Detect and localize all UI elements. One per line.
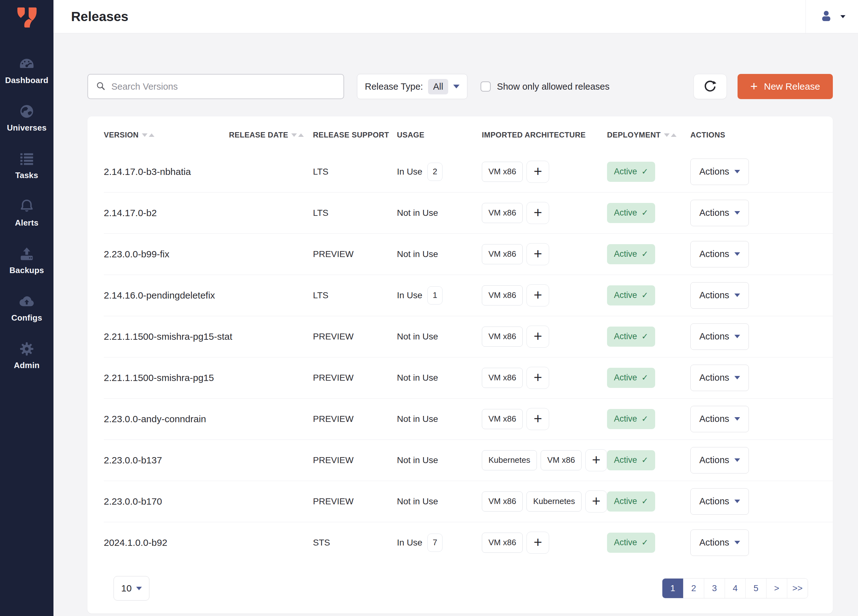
actions-button[interactable]: Actions (690, 324, 749, 350)
actions-button-label: Actions (699, 208, 729, 218)
refresh-icon (703, 79, 717, 94)
deployment-cell: Active ✓ (607, 533, 690, 553)
checkbox-icon[interactable] (480, 81, 491, 92)
table-row: 2.23.0.0-b137 PREVIEW Not in Use Kuberne… (87, 440, 833, 481)
deployment-status-badge: Active ✓ (607, 285, 655, 305)
actions-button[interactable]: Actions (690, 406, 749, 432)
architecture-chip: VM x86 (541, 450, 581, 470)
last-page-button[interactable]: >> (787, 579, 808, 598)
refresh-button[interactable] (693, 74, 727, 99)
usage-cell: Not in Use (397, 414, 482, 424)
add-architecture-button[interactable]: + (527, 243, 549, 265)
chevron-down-icon (734, 211, 740, 215)
page-button-5[interactable]: 5 (745, 579, 766, 598)
yugabyte-logo-icon[interactable] (14, 5, 40, 31)
deployment-status-badge: Active ✓ (607, 450, 655, 470)
usage-cell: Not in Use (397, 496, 482, 507)
version-cell: 2.23.0.0-b170 (104, 496, 229, 507)
usage-cell: In Use 1 (397, 286, 482, 305)
release-type-dropdown[interactable]: Release Type: All (357, 74, 467, 99)
column-header-imported-architecture: IMPORTED ARCHITECTURE (482, 130, 607, 140)
actions-button[interactable]: Actions (690, 200, 749, 226)
actions-cell: Actions (690, 488, 833, 515)
sidebar-item-backups[interactable]: Backups (0, 246, 53, 275)
actions-button[interactable]: Actions (690, 241, 749, 268)
sidebar-item-label: Universes (7, 123, 47, 133)
usage-text: Not in Use (397, 373, 438, 383)
admin-icon (18, 341, 35, 358)
version-cell: 2024.1.0.0-b92 (104, 537, 229, 548)
column-header-version[interactable]: VERSION (104, 130, 229, 140)
imported-architecture-cell: VM x86+ (482, 285, 607, 306)
add-architecture-button[interactable]: + (527, 285, 549, 306)
page-button-4[interactable]: 4 (724, 579, 745, 598)
sidebar-item-admin[interactable]: Admin (0, 341, 53, 370)
usage-cell: Not in Use (397, 331, 482, 342)
imported-architecture-cell: VM x86+ (482, 532, 607, 554)
sidebar-item-universes[interactable]: Universes (0, 103, 53, 133)
actions-button[interactable]: Actions (690, 159, 749, 185)
deployment-cell: Active ✓ (607, 409, 690, 429)
add-architecture-button[interactable]: + (527, 408, 549, 430)
deployment-cell: Active ✓ (607, 203, 690, 223)
next-page-button[interactable]: > (766, 579, 787, 598)
chevron-down-icon (734, 499, 740, 503)
actions-button[interactable]: Actions (690, 365, 749, 391)
add-architecture-button[interactable]: + (527, 326, 549, 348)
sidebar-item-dashboard[interactable]: Dashboard (0, 55, 53, 85)
show-allowed-releases-checkbox[interactable]: Show only allowed releases (480, 81, 609, 92)
sidebar-item-alerts[interactable]: Alerts (0, 198, 53, 228)
deployment-cell: Active ✓ (607, 492, 690, 512)
sidebar-nav: DashboardUniversesTasksAlertsBackupsConf… (0, 55, 53, 370)
actions-button[interactable]: Actions (690, 529, 749, 556)
release-support-cell: LTS (313, 208, 397, 218)
actions-button[interactable]: Actions (690, 488, 749, 515)
add-architecture-button[interactable]: + (527, 532, 549, 554)
architecture-chip: VM x86 (482, 492, 523, 512)
page-size-select[interactable]: 10 (113, 576, 149, 600)
user-menu[interactable] (805, 0, 858, 33)
architecture-chip: Kubernetes (482, 450, 537, 470)
actions-button-label: Actions (699, 290, 729, 300)
actions-button[interactable]: Actions (690, 447, 749, 473)
column-label: RELEASE DATE (229, 130, 288, 140)
column-header-deployment[interactable]: DEPLOYMENT (607, 130, 690, 140)
deployment-status-text: Active (614, 455, 637, 465)
add-architecture-button[interactable]: + (527, 161, 549, 183)
deployment-status-badge: Active ✓ (607, 244, 655, 264)
page-button-1[interactable]: 1 (662, 579, 683, 598)
configs-icon (18, 293, 35, 310)
sort-icons[interactable] (142, 134, 154, 137)
imported-architecture-cell: VM x86Kubernetes+ (482, 490, 607, 512)
new-release-button[interactable]: + New Release (738, 74, 833, 99)
deployment-status-text: Active (614, 208, 637, 218)
plus-icon: + (751, 80, 758, 92)
deployment-status-text: Active (614, 249, 637, 259)
sort-icons[interactable] (291, 134, 304, 137)
actions-cell: Actions (690, 282, 833, 309)
add-architecture-button[interactable]: + (585, 490, 607, 512)
imported-architecture-cell: VM x86+ (482, 243, 607, 265)
new-release-label: New Release (764, 81, 820, 92)
actions-cell: Actions (690, 159, 833, 185)
architecture-chip: VM x86 (482, 327, 523, 347)
backups-icon (18, 246, 35, 262)
actions-cell: Actions (690, 324, 833, 350)
column-header-release-date[interactable]: RELEASE DATE (229, 130, 313, 140)
usage-text: Not in Use (397, 331, 438, 342)
search-input[interactable] (111, 81, 336, 92)
deployment-status-text: Active (614, 373, 637, 383)
actions-button[interactable]: Actions (690, 282, 749, 309)
sidebar-item-tasks[interactable]: Tasks (0, 150, 53, 180)
sidebar-item-configs[interactable]: Configs (0, 293, 53, 323)
add-architecture-button[interactable]: + (527, 202, 549, 224)
add-architecture-button[interactable]: + (527, 367, 549, 389)
deployment-status-text: Active (614, 331, 637, 341)
chevron-down-icon (734, 294, 740, 297)
page-button-2[interactable]: 2 (683, 579, 704, 598)
version-cell: 2.23.0.0-b99-fix (104, 249, 229, 260)
add-architecture-button[interactable]: + (585, 449, 607, 471)
sort-icons[interactable] (664, 134, 676, 137)
page-button-3[interactable]: 3 (704, 579, 724, 598)
sidebar: DashboardUniversesTasksAlertsBackupsConf… (0, 0, 53, 616)
